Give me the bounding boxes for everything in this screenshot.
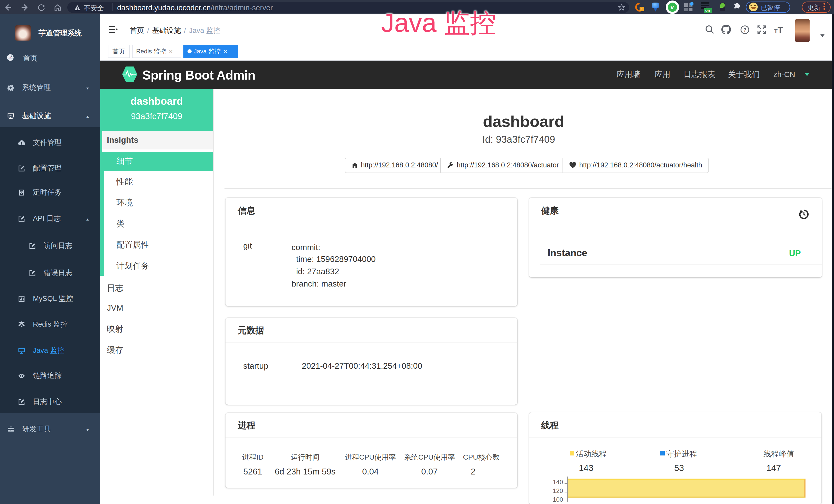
svg-text:1: 1 bbox=[641, 7, 643, 11]
svg-text:?: ? bbox=[743, 27, 746, 32]
